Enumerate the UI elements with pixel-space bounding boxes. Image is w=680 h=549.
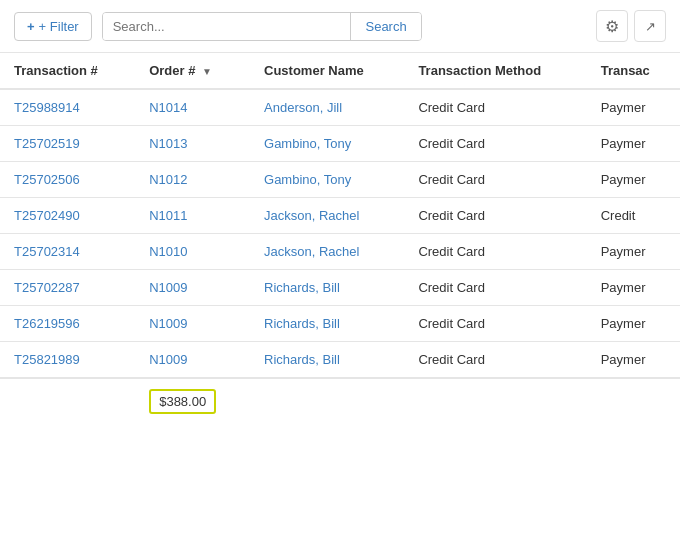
table-body: T25988914 N1014 Anderson, Jill Credit Ca… <box>0 89 680 378</box>
table-row: T25702490 N1011 Jackson, Rachel Credit C… <box>0 198 680 234</box>
customer-name[interactable]: Anderson, Jill <box>250 89 404 126</box>
table-row: T25702314 N1010 Jackson, Rachel Credit C… <box>0 234 680 270</box>
col-method: Transaction Method <box>404 53 586 89</box>
footer-total: $388.00 <box>135 378 250 424</box>
transaction-method: Credit Card <box>404 234 586 270</box>
transaction-id[interactable]: T25702314 <box>0 234 135 270</box>
transaction-id[interactable]: T25821989 <box>0 342 135 379</box>
table-header: Transaction # Order # ▼ Customer Name Tr… <box>0 53 680 89</box>
transaction-id[interactable]: T25702519 <box>0 126 135 162</box>
toolbar-right: ⚙ ↗ <box>596 10 666 42</box>
toolbar: + + Filter Search ⚙ ↗ <box>0 0 680 53</box>
search-container: Search <box>102 12 422 41</box>
transaction-method: Credit Card <box>404 306 586 342</box>
table-row: T25821989 N1009 Richards, Bill Credit Ca… <box>0 342 680 379</box>
footer-empty-1 <box>0 378 135 424</box>
col-order[interactable]: Order # ▼ <box>135 53 250 89</box>
col-type: Transac <box>587 53 680 89</box>
transaction-id[interactable]: T25702490 <box>0 198 135 234</box>
transaction-method: Credit Card <box>404 126 586 162</box>
table-footer: $388.00 <box>0 378 680 424</box>
transaction-type: Paymer <box>587 342 680 379</box>
plus-icon: + <box>27 19 35 34</box>
transaction-type: Paymer <box>587 89 680 126</box>
transaction-method: Credit Card <box>404 198 586 234</box>
order-id[interactable]: N1013 <box>135 126 250 162</box>
customer-name[interactable]: Richards, Bill <box>250 306 404 342</box>
transaction-type: Paymer <box>587 306 680 342</box>
customer-name[interactable]: Jackson, Rachel <box>250 234 404 270</box>
transaction-type: Credit <box>587 198 680 234</box>
sort-arrow-icon: ▼ <box>202 66 212 77</box>
table-wrapper: Transaction # Order # ▼ Customer Name Tr… <box>0 53 680 424</box>
transaction-type: Paymer <box>587 270 680 306</box>
table-row: T25988914 N1014 Anderson, Jill Credit Ca… <box>0 89 680 126</box>
table-row: T25702506 N1012 Gambino, Tony Credit Car… <box>0 162 680 198</box>
order-id[interactable]: N1009 <box>135 306 250 342</box>
transaction-id[interactable]: T25702287 <box>0 270 135 306</box>
transaction-method: Credit Card <box>404 270 586 306</box>
gear-button[interactable]: ⚙ <box>596 10 628 42</box>
table-row: T26219596 N1009 Richards, Bill Credit Ca… <box>0 306 680 342</box>
transactions-table: Transaction # Order # ▼ Customer Name Tr… <box>0 53 680 424</box>
order-id[interactable]: N1009 <box>135 270 250 306</box>
footer-empty-2 <box>250 378 404 424</box>
transaction-method: Credit Card <box>404 89 586 126</box>
filter-label: + Filter <box>39 19 79 34</box>
order-id[interactable]: N1014 <box>135 89 250 126</box>
customer-name[interactable]: Jackson, Rachel <box>250 198 404 234</box>
table-row: T25702519 N1013 Gambino, Tony Credit Car… <box>0 126 680 162</box>
col-transaction: Transaction # <box>0 53 135 89</box>
customer-name[interactable]: Gambino, Tony <box>250 126 404 162</box>
gear-icon: ⚙ <box>605 17 619 36</box>
customer-name[interactable]: Gambino, Tony <box>250 162 404 198</box>
customer-name[interactable]: Richards, Bill <box>250 270 404 306</box>
footer-empty-4 <box>587 378 680 424</box>
expand-icon: ↗ <box>645 19 656 34</box>
transaction-type: Paymer <box>587 234 680 270</box>
transaction-type: Paymer <box>587 162 680 198</box>
footer-empty-3 <box>404 378 586 424</box>
order-id[interactable]: N1011 <box>135 198 250 234</box>
transaction-method: Credit Card <box>404 162 586 198</box>
search-button[interactable]: Search <box>350 13 420 40</box>
transaction-type: Paymer <box>587 126 680 162</box>
expand-button[interactable]: ↗ <box>634 10 666 42</box>
filter-button[interactable]: + + Filter <box>14 12 92 41</box>
transaction-id[interactable]: T25988914 <box>0 89 135 126</box>
search-input[interactable] <box>103 13 351 40</box>
transaction-method: Credit Card <box>404 342 586 379</box>
transaction-id[interactable]: T25702506 <box>0 162 135 198</box>
table-row: T25702287 N1009 Richards, Bill Credit Ca… <box>0 270 680 306</box>
order-id[interactable]: N1010 <box>135 234 250 270</box>
order-id[interactable]: N1009 <box>135 342 250 379</box>
col-customer: Customer Name <box>250 53 404 89</box>
transaction-id[interactable]: T26219596 <box>0 306 135 342</box>
total-badge: $388.00 <box>149 389 216 414</box>
customer-name[interactable]: Richards, Bill <box>250 342 404 379</box>
order-id[interactable]: N1012 <box>135 162 250 198</box>
